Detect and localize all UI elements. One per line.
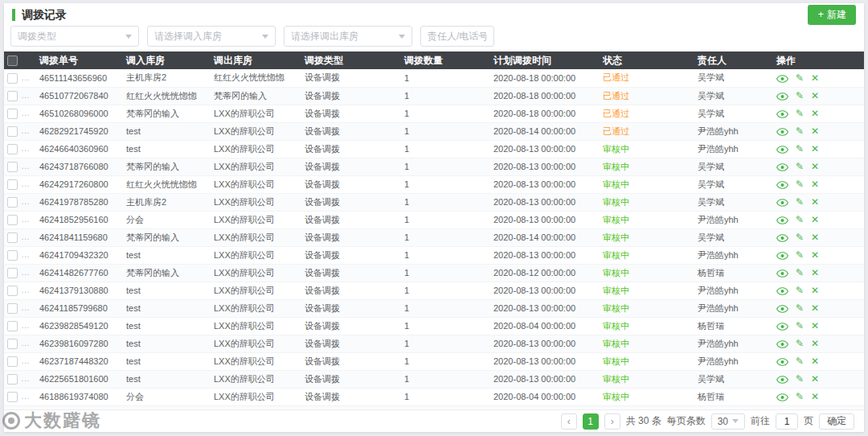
- edit-icon[interactable]: ✎: [796, 338, 804, 349]
- goto-page-input[interactable]: [776, 413, 798, 430]
- edit-icon[interactable]: ✎: [796, 249, 804, 261]
- delete-icon[interactable]: ✕: [811, 285, 819, 296]
- edit-icon[interactable]: ✎: [796, 90, 804, 101]
- delete-icon[interactable]: ✕: [811, 214, 819, 225]
- edit-icon[interactable]: ✎: [796, 267, 804, 278]
- view-icon[interactable]: [776, 285, 788, 296]
- edit-icon[interactable]: ✎: [796, 196, 804, 208]
- row-checkbox[interactable]: [7, 73, 18, 84]
- edit-icon[interactable]: ✎: [796, 72, 804, 84]
- row-checkbox[interactable]: [7, 321, 18, 331]
- view-icon[interactable]: [776, 143, 788, 154]
- edit-icon[interactable]: ✎: [796, 143, 804, 154]
- delete-icon[interactable]: ✕: [811, 90, 819, 101]
- row-checkbox[interactable]: [7, 126, 18, 137]
- person-phone-input[interactable]: [420, 26, 494, 47]
- view-icon[interactable]: [776, 338, 788, 349]
- row-checkbox[interactable]: [7, 392, 18, 402]
- delete-icon[interactable]: ✕: [811, 338, 819, 349]
- row-checkbox[interactable]: [7, 268, 18, 278]
- view-icon[interactable]: [776, 391, 788, 402]
- status-cell: 审核中: [600, 193, 694, 211]
- delete-icon[interactable]: ✕: [811, 249, 819, 261]
- edit-icon[interactable]: ✎: [796, 214, 804, 225]
- delete-icon[interactable]: ✕: [811, 72, 819, 84]
- out-warehouse-select[interactable]: 请选择调出库房: [284, 26, 412, 47]
- view-icon[interactable]: [776, 108, 788, 119]
- page-size-select[interactable]: 30: [711, 413, 745, 430]
- row-checkbox[interactable]: [7, 286, 18, 296]
- transfer-type-select[interactable]: 调拨类型: [10, 26, 139, 47]
- edit-icon[interactable]: ✎: [796, 232, 804, 243]
- view-icon[interactable]: [776, 356, 788, 367]
- operations-cell: ✎✕: [773, 69, 864, 87]
- in-warehouse-select[interactable]: 请选择调入库房: [147, 26, 276, 47]
- delete-icon[interactable]: ✕: [811, 373, 819, 385]
- row-select-cell: …: [4, 69, 36, 87]
- delete-icon[interactable]: ✕: [811, 161, 819, 172]
- view-icon[interactable]: [776, 232, 788, 243]
- view-icon[interactable]: [776, 320, 788, 331]
- transfer-type: 设备调拨: [301, 246, 401, 264]
- edit-icon[interactable]: ✎: [796, 108, 804, 119]
- row-checkbox[interactable]: [7, 197, 18, 208]
- view-icon[interactable]: [776, 196, 788, 208]
- view-icon[interactable]: [776, 267, 788, 278]
- current-page-button[interactable]: 1: [583, 413, 599, 430]
- row-checkbox[interactable]: [7, 91, 18, 101]
- edit-icon[interactable]: ✎: [796, 179, 804, 190]
- delete-icon[interactable]: ✕: [811, 179, 819, 190]
- row-checkbox[interactable]: [7, 303, 18, 314]
- in-warehouse: test: [123, 317, 211, 335]
- new-button[interactable]: + 新建: [808, 5, 856, 25]
- delete-icon[interactable]: ✕: [811, 391, 819, 402]
- row-checkbox[interactable]: [7, 374, 18, 385]
- row-checkbox[interactable]: [7, 179, 18, 190]
- delete-icon[interactable]: ✕: [811, 143, 819, 154]
- delete-icon[interactable]: ✕: [811, 356, 819, 367]
- table-row: …46239816097280testLXX的辞职公司设备调拨12020-08-…: [4, 335, 864, 352]
- edit-icon[interactable]: ✎: [796, 125, 804, 137]
- edit-icon[interactable]: ✎: [796, 302, 804, 314]
- prev-page-button[interactable]: ‹: [561, 413, 577, 430]
- row-checkbox[interactable]: [7, 162, 18, 172]
- view-icon[interactable]: [776, 125, 788, 137]
- view-icon[interactable]: [776, 373, 788, 385]
- status-cell: 审核中: [600, 246, 694, 264]
- row-checkbox[interactable]: [7, 144, 18, 154]
- view-icon[interactable]: [776, 161, 788, 172]
- delete-icon[interactable]: ✕: [811, 108, 819, 119]
- confirm-button[interactable]: 确定: [819, 413, 854, 430]
- edit-icon[interactable]: ✎: [796, 320, 804, 331]
- edit-icon[interactable]: ✎: [796, 356, 804, 367]
- edit-icon[interactable]: ✎: [796, 373, 804, 385]
- operations-cell: ✎✕: [773, 246, 864, 264]
- view-icon[interactable]: [776, 302, 788, 314]
- edit-icon[interactable]: ✎: [796, 285, 804, 296]
- row-checkbox[interactable]: [7, 356, 18, 367]
- planned-time: 2020-08-13 00:00:00: [490, 158, 600, 175]
- view-icon[interactable]: [776, 72, 788, 84]
- row-checkbox[interactable]: [7, 215, 18, 225]
- view-icon[interactable]: [776, 249, 788, 261]
- delete-icon[interactable]: ✕: [811, 232, 819, 243]
- edit-icon[interactable]: ✎: [796, 391, 804, 402]
- delete-icon[interactable]: ✕: [811, 302, 819, 314]
- delete-icon[interactable]: ✕: [811, 125, 819, 137]
- delete-icon[interactable]: ✕: [811, 196, 819, 208]
- operations-cell: ✎✕: [773, 211, 864, 228]
- delete-icon[interactable]: ✕: [811, 320, 819, 331]
- row-checkbox[interactable]: [7, 232, 18, 243]
- operations-cell: ✎✕: [773, 317, 864, 335]
- view-icon[interactable]: [776, 179, 788, 190]
- row-checkbox[interactable]: [7, 339, 18, 349]
- delete-icon[interactable]: ✕: [811, 267, 819, 278]
- next-page-button[interactable]: ›: [604, 413, 620, 430]
- order-number: 46237187448320: [36, 352, 123, 370]
- view-icon[interactable]: [776, 214, 788, 225]
- edit-icon[interactable]: ✎: [796, 161, 804, 172]
- view-icon[interactable]: [776, 90, 788, 101]
- select-all-checkbox[interactable]: [7, 56, 18, 66]
- row-checkbox[interactable]: [7, 109, 18, 119]
- row-checkbox[interactable]: [7, 250, 18, 261]
